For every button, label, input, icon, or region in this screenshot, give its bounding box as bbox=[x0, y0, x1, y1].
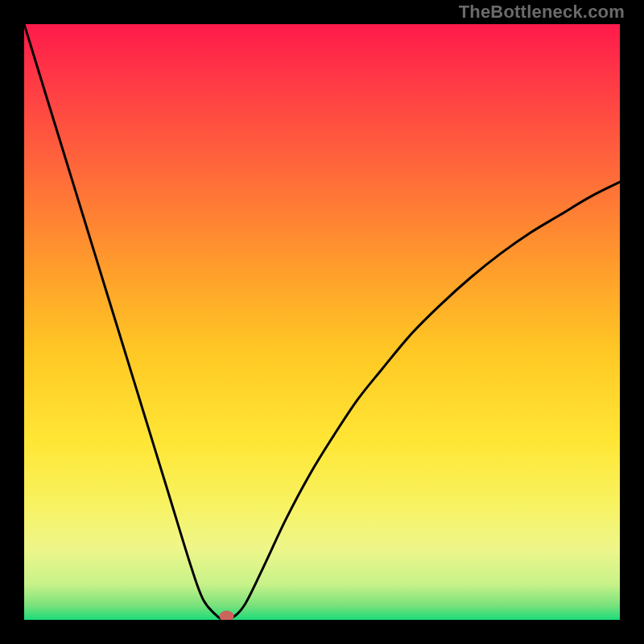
plot-area bbox=[24, 24, 620, 620]
chart-frame: TheBottleneck.com bbox=[0, 0, 644, 644]
gradient-background bbox=[24, 24, 620, 620]
watermark-text: TheBottleneck.com bbox=[459, 2, 625, 23]
chart-svg bbox=[24, 24, 620, 620]
